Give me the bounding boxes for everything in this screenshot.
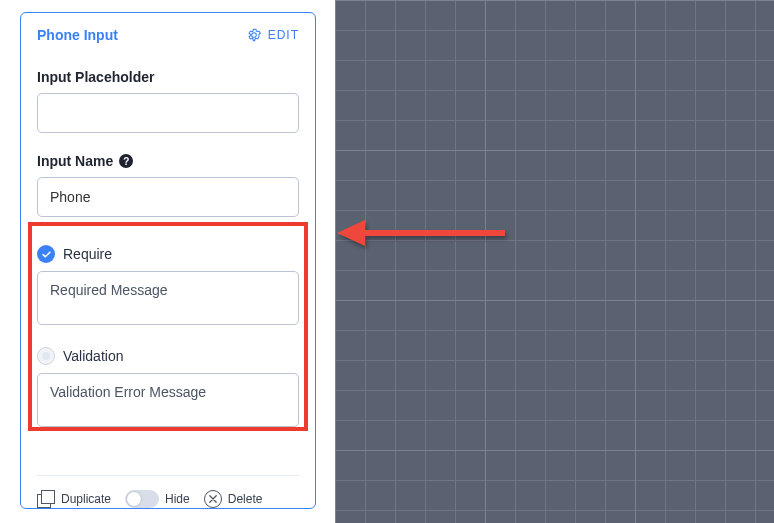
validation-label: Validation: [63, 348, 123, 364]
delete-label: Delete: [228, 492, 263, 506]
duplicate-icon: [37, 490, 55, 508]
name-input[interactable]: [37, 177, 299, 217]
close-icon: [204, 490, 222, 508]
checkmark-icon: [37, 245, 55, 263]
help-icon[interactable]: ?: [119, 154, 133, 168]
require-section: Require Required Message: [21, 231, 315, 333]
radio-off-icon: [37, 347, 55, 365]
panel-header: Phone Input EDIT: [21, 13, 315, 57]
name-label: Input Name: [37, 153, 113, 169]
panel-title: Phone Input: [37, 27, 118, 43]
gear-icon: [246, 27, 262, 43]
delete-button[interactable]: Delete: [204, 490, 263, 508]
duplicate-button[interactable]: Duplicate: [37, 490, 111, 508]
validation-section: Validation Validation Error Message: [21, 333, 315, 435]
duplicate-label: Duplicate: [61, 492, 111, 506]
edit-button[interactable]: EDIT: [246, 27, 299, 43]
validation-toggle[interactable]: Validation: [37, 347, 299, 365]
placeholder-label: Input Placeholder: [37, 69, 154, 85]
name-section: Input Name ?: [21, 141, 315, 225]
require-toggle[interactable]: Require: [37, 245, 299, 263]
panel-footer: Duplicate Hide Delete: [21, 476, 315, 508]
toggle-icon: [125, 490, 159, 508]
annotation-arrow-icon: [335, 216, 505, 250]
placeholder-section: Input Placeholder: [21, 57, 315, 141]
hide-label: Hide: [165, 492, 190, 506]
edit-label: EDIT: [268, 28, 299, 42]
required-message-input[interactable]: Required Message: [37, 271, 299, 325]
editor-canvas[interactable]: [335, 0, 774, 523]
settings-panel: Phone Input EDIT Input Placeholder Input…: [20, 12, 316, 509]
placeholder-input[interactable]: [37, 93, 299, 133]
validation-message-input[interactable]: Validation Error Message: [37, 373, 299, 427]
hide-button[interactable]: Hide: [125, 490, 190, 508]
require-label: Require: [63, 246, 112, 262]
